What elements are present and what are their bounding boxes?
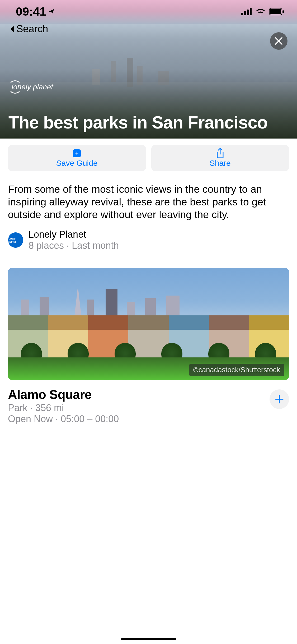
save-label: Save Guide — [56, 159, 98, 168]
avatar-label: lonely planet — [8, 237, 23, 243]
svg-rect-2 — [247, 10, 249, 15]
status-bar: 09:41 — [0, 0, 297, 23]
share-icon — [215, 149, 225, 158]
back-label: Search — [16, 23, 48, 35]
place-card[interactable]: ©canadastock/Shutterstock — [0, 259, 297, 380]
add-place-button[interactable] — [270, 389, 289, 409]
location-arrow-icon — [48, 8, 55, 15]
share-button[interactable]: Share — [151, 145, 289, 171]
svg-rect-1 — [244, 11, 246, 15]
place-skyline — [8, 284, 183, 321]
home-indicator[interactable] — [121, 638, 176, 640]
guide-description: From some of the most iconic views in th… — [0, 178, 297, 229]
place-hours: Open Now · 05:00 – 00:00 — [8, 413, 270, 425]
author-row[interactable]: lonely planet Lonely Planet 8 places · L… — [0, 229, 297, 259]
author-name: Lonely Planet — [29, 229, 119, 240]
svg-rect-5 — [270, 9, 281, 14]
battery-icon — [269, 8, 284, 15]
place-title: Alamo Square — [8, 387, 270, 402]
status-right — [241, 8, 284, 15]
save-guide-button[interactable]: + Save Guide — [8, 145, 146, 171]
publisher-logo: lonely planet — [8, 80, 53, 94]
svg-rect-3 — [250, 8, 252, 15]
author-meta: 8 places · Last month — [29, 240, 119, 251]
share-label: Share — [210, 159, 231, 168]
close-icon — [275, 37, 283, 45]
logo-circle-icon — [8, 80, 22, 94]
back-nav[interactable]: Search — [10, 23, 48, 35]
guide-title: The best parks in San Francisco — [8, 113, 289, 132]
wifi-icon — [255, 8, 266, 15]
save-icon: + — [72, 149, 82, 158]
author-info: Lonely Planet 8 places · Last month — [29, 229, 119, 251]
cellular-signal-icon — [241, 8, 252, 15]
place-meta: Park · 356 mi — [8, 402, 270, 413]
plus-icon — [275, 394, 284, 404]
close-button[interactable] — [270, 32, 287, 50]
place-info-row: Alamo Square Park · 356 mi Open Now · 05… — [0, 380, 297, 425]
action-buttons: + Save Guide Share — [0, 139, 297, 178]
svg-rect-6 — [282, 10, 284, 13]
place-text[interactable]: Alamo Square Park · 356 mi Open Now · 05… — [8, 387, 270, 425]
author-avatar: lonely planet — [8, 232, 23, 248]
back-chevron-icon — [10, 26, 15, 33]
status-left: 09:41 — [16, 5, 55, 19]
svg-rect-0 — [241, 13, 243, 15]
place-image: ©canadastock/Shutterstock — [8, 268, 289, 380]
status-time: 09:41 — [16, 5, 46, 19]
image-attribution: ©canadastock/Shutterstock — [189, 364, 284, 376]
content-area: + Save Guide Share From some of the most… — [0, 139, 297, 644]
